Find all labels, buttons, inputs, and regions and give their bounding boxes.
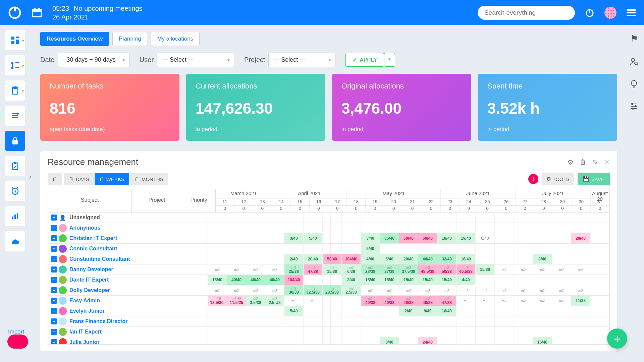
svg-rect-14 [15,67,19,68]
expand-icon[interactable]: + [51,256,57,262]
sidebar-collapse-icon[interactable]: › [29,173,32,181]
expand-icon[interactable]: + [51,298,57,304]
expand-icon[interactable]: + [51,339,57,345]
sidebar-chart[interactable] [5,206,25,226]
resource-row[interactable]: +Connie Consultant5/40 [48,244,609,254]
add-fab[interactable]: ＋ [607,328,627,349]
resource-row[interactable]: +Anonymous [48,223,609,233]
svg-rect-5 [38,8,40,10]
today-line [330,213,330,345]
apply-button[interactable]: ✓ APPLY [345,53,384,67]
expand-icon[interactable]: + [51,246,57,252]
sidebar-clipboard[interactable]: ▸ [5,80,25,101]
save-button[interactable]: 💾 SAVE [578,173,610,185]
close-icon[interactable]: ✕ [604,158,610,166]
svg-point-30 [632,108,634,109]
info-badge[interactable]: i [528,174,538,184]
expand-icon[interactable]: + [51,266,57,273]
flag-icon[interactable]: ⚑ [630,34,638,44]
sidebar-dashboard[interactable]: ▸ [5,30,25,50]
svg-rect-3 [33,9,41,12]
svg-rect-10 [16,40,19,44]
expand-icon[interactable]: + [51,287,57,293]
calendar-icon[interactable] [32,7,42,18]
gear-icon[interactable]: ⚙ [568,158,574,166]
edit-icon[interactable]: ✎ [592,158,598,166]
sidebar-lock[interactable] [5,131,25,151]
metric-card: Original allocations3,476.00in period [332,74,471,141]
svg-rect-4 [34,8,36,10]
avatar[interactable] [604,7,616,19]
tab-resources-overview[interactable]: Resources Overview [40,32,109,46]
svg-rect-20 [14,162,16,164]
sidebar-alarm[interactable] [5,181,25,201]
svg-point-25 [631,58,635,62]
metric-card: Spent time3.52k hin period [478,74,617,141]
resource-row[interactable]: +Dante IT Expert16/4040/4040/4040/40104/… [48,275,609,285]
expand-icon[interactable]: + [51,318,57,324]
resource-row[interactable]: +Dolly Developerm2m2m2m2m230/38m232.5/38… [48,285,609,296]
svg-rect-9 [16,37,19,38]
metric-card: Number of tasks816open tasks (due date) [40,74,179,141]
months-button[interactable]: 🗓 MONTHS [130,173,168,185]
menu-icon[interactable] [627,9,636,16]
import-button[interactable] [7,335,28,349]
tab-planning[interactable]: Planning [112,32,147,46]
expand-icon[interactable]: + [51,235,57,241]
time-status: 05:23No upcoming meetings 26 Apr 2021 [52,4,143,21]
sidebar-tree[interactable]: ▸ [5,55,25,75]
user-search-icon[interactable] [630,57,638,66]
trash-icon[interactable]: 🗑 [580,158,586,166]
resource-row[interactable]: +Ian IT Expert [48,327,609,337]
svg-point-29 [635,106,636,107]
svg-rect-23 [14,215,16,219]
resource-row[interactable]: +Evelyn Junior5/402/408/4016/40 [48,306,609,316]
search-input[interactable] [478,6,575,20]
resource-row[interactable]: +👤Unassigned [48,213,609,223]
resource-row[interactable]: +Danny Developerm2m2m2m2m225/38m247/38m2… [48,264,609,275]
sliders-icon[interactable] [630,102,638,110]
weeks-button[interactable]: 🗓 WEEKS [95,173,129,185]
date-select[interactable]: - 30 days + 90 days [58,53,129,67]
tabs: Resources OverviewPlanningMy allocations [40,32,617,46]
sidebar: ▸ ▸ ▸ › Import [0,25,30,362]
svg-rect-8 [11,37,14,40]
tab-my-allocations[interactable]: My allocations [151,32,200,46]
bulb-icon[interactable] [630,79,638,89]
resource-row[interactable]: +Easy Adminm9.512.5/30.m7,3811.5/25m23.5… [48,296,609,306]
sidebar-tasks[interactable] [5,156,25,176]
days-button[interactable]: 🗓 DAYS [64,173,94,185]
sidebar-cloud[interactable] [5,231,25,251]
resource-row[interactable]: +Constantine Consultant2/4020/4050/40104… [48,254,609,264]
svg-rect-12 [11,62,13,64]
svg-rect-24 [17,213,18,219]
logo-icon[interactable] [8,6,21,19]
svg-rect-13 [15,62,19,63]
calendar-view-icon[interactable]: 🗓 [48,173,62,185]
expand-icon[interactable]: + [51,329,57,335]
metric-card: Current allocations147,626.30in period [186,74,325,141]
svg-point-26 [635,62,637,65]
panel-title: Resource management [48,157,138,167]
resource-row[interactable]: +Christian IT Expert3/405/403/4035/4050/… [48,233,609,244]
rightbar: ⚑ [624,25,644,362]
power-icon[interactable] [585,8,594,17]
tools-button[interactable]: ⚙ TOOLS [542,173,575,185]
import-label: Import [8,328,24,335]
expand-icon[interactable]: + [51,225,57,231]
sidebar-checklist[interactable] [5,106,25,126]
resource-row[interactable]: +Julia Junior8/4024/4016/40 [48,337,609,345]
expand-icon[interactable]: + [51,308,57,314]
svg-rect-18 [12,140,18,144]
user-select[interactable]: --- Select --- [157,53,234,67]
resource-row[interactable]: +Franz Finance Director [48,316,609,327]
topbar: 05:23No upcoming meetings 26 Apr 2021 [0,0,644,25]
svg-rect-22 [12,217,13,219]
resource-grid: Subject Project Priority March 2021April… [48,189,610,345]
main: Resources OverviewPlanningMy allocations… [34,25,624,362]
project-select[interactable]: --- Select --- [268,53,335,67]
expand-icon[interactable]: + [51,277,57,283]
svg-rect-11 [11,41,14,44]
expand-icon[interactable]: + [51,215,57,221]
apply-dropdown[interactable]: ▾ [384,53,395,67]
